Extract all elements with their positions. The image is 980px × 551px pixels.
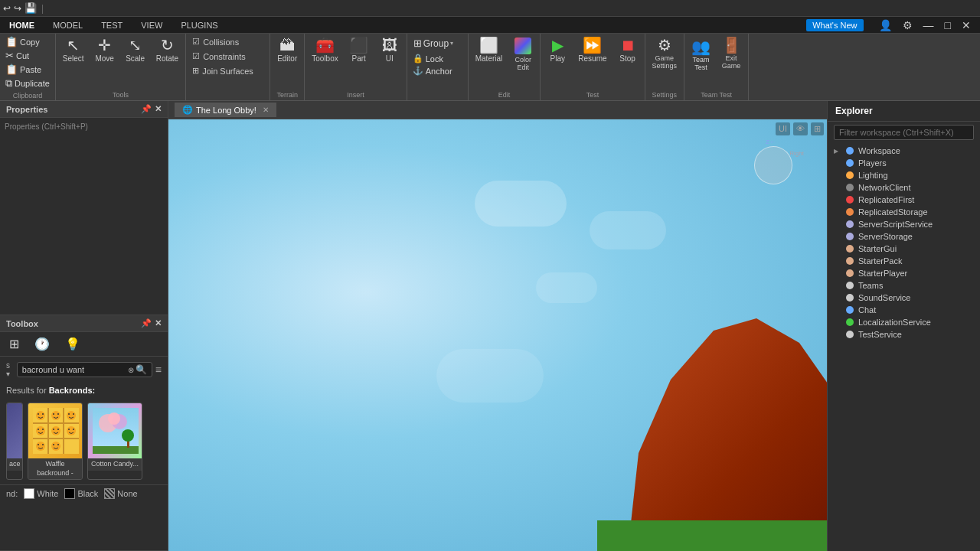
tree-item-server-script-service[interactable]: ServerScriptService bbox=[828, 218, 980, 230]
toolbox-tab-grid[interactable]: ⊞ bbox=[6, 335, 22, 353]
explorer-search-input[interactable] bbox=[834, 125, 974, 140]
top-controls-strip: ↩ ↪ 💾 | bbox=[0, 0, 980, 17]
game-settings-icon: ⚙ bbox=[658, 37, 671, 53]
toolbox-item-cotton[interactable]: Cotton Candy... bbox=[87, 403, 142, 480]
search-clear-icon[interactable]: ⊗ bbox=[128, 366, 134, 374]
material-button[interactable]: ⬜ Material bbox=[472, 35, 507, 65]
minimize-icon[interactable]: — bbox=[920, 18, 937, 33]
cut-button[interactable]: ✂ Cut bbox=[3, 49, 52, 62]
team-test-button[interactable]: 👥 TeamTest bbox=[688, 35, 714, 73]
menu-plugins[interactable]: PLUGINS bbox=[178, 19, 220, 31]
viewport-eye-icon[interactable]: 👁 bbox=[793, 122, 808, 135]
close-window-icon[interactable]: ✕ bbox=[959, 18, 974, 33]
tree-item-workspace[interactable]: ▶Workspace bbox=[828, 145, 980, 157]
collisions-button[interactable]: ☑ Collisions bbox=[189, 35, 242, 48]
play-button[interactable]: ▶ Play bbox=[544, 35, 571, 65]
svg-point-40 bbox=[846, 196, 854, 204]
tree-item-replicated-first[interactable]: ReplicatedFirst bbox=[828, 194, 980, 206]
viewport-ui-label[interactable]: UI bbox=[776, 122, 790, 135]
tree-label-chat: Chat bbox=[858, 305, 974, 315]
menu-bar: HOME MODEL TEST VIEW PLUGINS What's New … bbox=[0, 17, 980, 34]
game-settings-button[interactable]: ⚙ GameSettings bbox=[648, 35, 681, 72]
undo-button[interactable]: ↩ bbox=[3, 3, 11, 14]
tree-item-replicated-storage[interactable]: ReplicatedStorage bbox=[828, 206, 980, 218]
color-button[interactable]: ColorEdit bbox=[509, 35, 537, 73]
constraints-button[interactable]: ☑ Constraints bbox=[189, 50, 249, 63]
rotate-button[interactable]: ↻ Rotate bbox=[152, 35, 182, 65]
anchor-label: Anchor bbox=[426, 67, 452, 76]
tree-item-players[interactable]: Players bbox=[828, 157, 980, 169]
toolbox-tab-lightbulb[interactable]: 💡 bbox=[62, 335, 83, 353]
whats-new-button[interactable]: What's New bbox=[806, 19, 863, 31]
category-dropdown[interactable]: s ▾ bbox=[6, 361, 12, 378]
settings-icon[interactable]: ⚙ bbox=[900, 18, 916, 33]
tree-item-starter-player[interactable]: StarterPlayer bbox=[828, 267, 980, 279]
viewport-grid-icon[interactable]: ⊞ bbox=[811, 122, 824, 135]
tree-item-server-storage[interactable]: ServerStorage bbox=[828, 230, 980, 243]
properties-pin-icon[interactable]: 📌 bbox=[141, 104, 152, 114]
tree-item-lighting[interactable]: Lighting bbox=[828, 169, 980, 181]
tree-expand-workspace[interactable]: ▶ bbox=[834, 148, 841, 155]
viewport-tab-item[interactable]: 🌐 The Long Obby! ✕ bbox=[175, 103, 276, 117]
scale-button[interactable]: ⤡ Scale bbox=[122, 35, 149, 65]
toolbox-button[interactable]: 🧰 Toolbox bbox=[308, 35, 341, 65]
bg-none-label: None bbox=[117, 489, 137, 498]
tree-item-sound-service[interactable]: SoundService bbox=[828, 292, 980, 304]
group-lock-group: ⊞ Group ▾ 🔒 Lock ⚓ Anchor bbox=[407, 34, 469, 100]
lock-button[interactable]: 🔒 Lock bbox=[410, 53, 455, 64]
ui-button[interactable]: 🖼 UI bbox=[376, 35, 403, 65]
svg-point-20 bbox=[67, 426, 76, 435]
tree-item-test-service[interactable]: TestService bbox=[828, 328, 980, 341]
exit-game-button[interactable]: 🚪 ExitGame bbox=[717, 35, 745, 72]
menu-model[interactable]: MODEL bbox=[50, 19, 86, 31]
svg-point-24 bbox=[38, 444, 39, 445]
join-surfaces-label: Join Surfaces bbox=[202, 67, 253, 76]
move-button[interactable]: ✛ Move bbox=[91, 35, 119, 65]
group-dropdown[interactable]: ⊞ Group ▾ bbox=[410, 35, 456, 51]
menu-view[interactable]: VIEW bbox=[138, 19, 165, 31]
svg-point-15 bbox=[38, 429, 39, 430]
redo-button[interactable]: ↪ bbox=[14, 3, 21, 14]
tree-icon-players bbox=[844, 158, 855, 168]
toolbox-pin-icon[interactable]: 📌 bbox=[141, 318, 152, 328]
menu-home[interactable]: HOME bbox=[6, 19, 38, 31]
copy-button[interactable]: 📋 Copy bbox=[3, 35, 52, 48]
save-button[interactable]: 💾 bbox=[24, 2, 37, 14]
resume-button[interactable]: ⏩ Resume bbox=[574, 35, 610, 65]
svg-point-42 bbox=[846, 220, 854, 228]
search-submit-icon[interactable]: 🔍 bbox=[136, 364, 147, 375]
search-filter-icon[interactable]: ≡ bbox=[155, 364, 162, 376]
select-button[interactable]: ↖ Select bbox=[59, 35, 88, 65]
tree-item-networkclient[interactable]: NetworkClient bbox=[828, 181, 980, 194]
toolbox-close-icon[interactable]: ✕ bbox=[155, 318, 162, 328]
toolbox-item-partial-label: ace bbox=[7, 458, 22, 471]
tree-item-starter-gui[interactable]: StarterGui bbox=[828, 243, 980, 255]
properties-panel: Properties 📌 ✕ Properties (Ctrl+Shift+P) bbox=[0, 101, 168, 315]
tree-item-localization-service[interactable]: LocalizationService bbox=[828, 316, 980, 328]
paste-button[interactable]: 📋 Paste bbox=[3, 63, 52, 76]
menu-test[interactable]: TEST bbox=[98, 19, 126, 31]
editor-button[interactable]: 🏔 Editor bbox=[273, 35, 301, 65]
toolbox-item-partial[interactable]: ace bbox=[6, 403, 23, 480]
maximize-icon[interactable]: □ bbox=[942, 18, 954, 33]
tree-item-teams[interactable]: Teams bbox=[828, 279, 980, 292]
part-button[interactable]: ⬛ Part bbox=[345, 35, 373, 65]
tree-label-teams: Teams bbox=[858, 281, 974, 290]
tree-item-chat[interactable]: Chat bbox=[828, 304, 980, 316]
toolbox-tab-recent[interactable]: 🕐 bbox=[31, 335, 53, 353]
toolbox-item-waffle[interactable]: Waffle backround - bbox=[28, 403, 83, 480]
toolbox-search-input[interactable] bbox=[22, 365, 128, 374]
properties-close-icon[interactable]: ✕ bbox=[155, 104, 162, 114]
duplicate-button[interactable]: ⧉ Duplicate bbox=[3, 77, 52, 90]
stop-button[interactable]: ⏹ Stop bbox=[614, 35, 642, 65]
bg-none-option[interactable]: None bbox=[104, 488, 137, 499]
scene[interactable]: Z← Right UI 👁 ⊞ bbox=[168, 119, 827, 551]
user-icon[interactable]: 👤 bbox=[876, 18, 895, 33]
join-surfaces-button[interactable]: ⊞ Join Surfaces bbox=[189, 64, 256, 77]
tree-item-starter-pack[interactable]: StarterPack bbox=[828, 255, 980, 267]
bg-white-option[interactable]: White bbox=[24, 488, 58, 499]
ribbon: 📋 Copy ✂ Cut 📋 Paste ⧉ Duplicate bbox=[0, 34, 980, 101]
anchor-button[interactable]: ⚓ Anchor bbox=[410, 65, 455, 77]
viewport-tab-close[interactable]: ✕ bbox=[263, 106, 269, 114]
bg-black-option[interactable]: Black bbox=[64, 488, 98, 499]
